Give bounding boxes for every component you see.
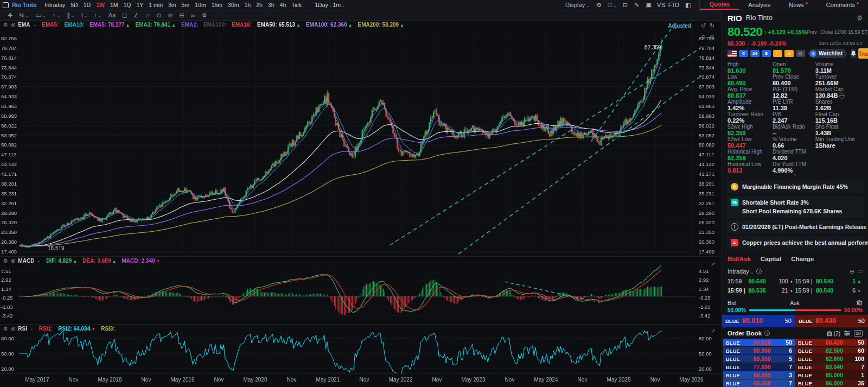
- intraday-dropdown[interactable]: Intraday⌄: [727, 268, 754, 275]
- app-logo-icon[interactable]: [3, 2, 9, 8]
- indicator-title[interactable]: RSI: [18, 326, 27, 332]
- settings-gear-icon[interactable]: ⚙: [596, 2, 602, 9]
- panel-tab-capital[interactable]: Capital: [761, 256, 781, 262]
- angle-tool-icon[interactable]: ∠: [133, 12, 139, 19]
- ask-row[interactable]: BLUE83.0407: [795, 363, 867, 371]
- timeframe-3h[interactable]: 3h: [268, 2, 275, 8]
- trade-button[interactable]: Trade: [858, 48, 868, 59]
- vs-fio-toggle[interactable]: VS FIO: [657, 2, 680, 8]
- info-icon[interactable]: i: [764, 331, 770, 336]
- best-ask-cell[interactable]: BLUE80.43050: [795, 315, 868, 327]
- timeframe-4h[interactable]: 4h: [280, 2, 286, 8]
- bid-row[interactable]: BLUE80.0006: [723, 347, 795, 354]
- panel-settings-gear-icon[interactable]: ⚙: [857, 14, 863, 22]
- timeframe-1d[interactable]: 1D: [84, 2, 91, 8]
- expand-pane-icon[interactable]: ↗: [711, 261, 715, 267]
- bid-row[interactable]: BLUE80.0005: [723, 355, 795, 363]
- broker-queue-icon[interactable]: [856, 300, 863, 306]
- indicator-settings-gear-icon[interactable]: ⚙: [3, 258, 8, 264]
- timeframe-15m[interactable]: 15m: [212, 2, 222, 8]
- zoom-out-icon[interactable]: ⊖: [701, 34, 706, 41]
- time-axis[interactable]: May 2017NovMay 2018NovMay 2019NovMay 202…: [0, 373, 722, 387]
- macd-chart-canvas[interactable]: [0, 257, 722, 325]
- price-chart-canvas[interactable]: [0, 21, 722, 256]
- 24h-badge-icon[interactable]: 24: [750, 50, 760, 57]
- ask-row[interactable]: BLUE82.50060: [795, 347, 867, 354]
- timeframe-1-min[interactable]: 1 min: [149, 2, 163, 8]
- timeframe-1q[interactable]: 1Q: [123, 2, 131, 8]
- pencil-edit-icon[interactable]: ✎: [634, 2, 639, 9]
- chart-settings-icon[interactable]: ⚙: [202, 12, 207, 19]
- notice-item[interactable]: !01/20/2026 (ET) Post-Market Earnings Re…: [726, 220, 864, 233]
- ask-row[interactable]: BLUE85.0001: [795, 371, 867, 379]
- timeframe-2h[interactable]: 2h: [256, 2, 263, 8]
- us-flag-icon[interactable]: [727, 50, 737, 57]
- watchlist-button[interactable]: ♥ Watchlist: [808, 49, 847, 58]
- tag-badge-icon[interactable]: ♦: [784, 50, 794, 57]
- timeframe-1m[interactable]: 1M: [110, 2, 118, 8]
- panel-tab-change[interactable]: Change: [791, 256, 814, 262]
- broker-queue-icon[interactable]: (2): [826, 331, 840, 337]
- timeframe-30m[interactable]: 30m: [228, 2, 239, 8]
- indicator-settings-gear-icon[interactable]: ⚙: [3, 326, 8, 332]
- bid-row[interactable]: BLUE65.0007: [723, 379, 795, 387]
- magnet-tool-icon[interactable]: ∩: [145, 12, 150, 18]
- notice-item[interactable]: ≡Copper prices achieve the best annual p…: [726, 236, 864, 249]
- collapse-stats-chevron-icon[interactable]: ⌃: [722, 174, 868, 180]
- move-tool-icon[interactable]: ✚: [8, 12, 12, 19]
- undo-icon[interactable]: ↺: [701, 22, 706, 29]
- tab-analysis[interactable]: Analysis: [739, 0, 780, 10]
- arrow-tool-icon[interactable]: ↑⌄: [94, 12, 102, 18]
- indicator-title[interactable]: EMA: [18, 22, 30, 28]
- timeframe-tick[interactable]: Tick: [291, 2, 302, 8]
- depth-level-selector[interactable]: 20: [854, 330, 863, 337]
- ask-row[interactable]: BLUE86.00035: [795, 379, 867, 387]
- overnight-badge-icon[interactable]: ↯: [739, 50, 748, 57]
- screenshot-camera-icon[interactable]: ⊡: [623, 2, 628, 9]
- ban-tool-icon[interactable]: ⊘: [168, 12, 173, 19]
- pattern-badge-icon[interactable]: ≈: [773, 50, 782, 57]
- ask-row[interactable]: BLUE82.600100: [795, 355, 867, 363]
- tab-comments[interactable]: Comments: [817, 0, 868, 10]
- notice-item[interactable]: $Marginable Financing Margin Rate 45%: [726, 180, 864, 193]
- link-objects-icon[interactable]: ∞: [191, 12, 195, 18]
- indicator-title[interactable]: MACD: [18, 258, 34, 264]
- notes-badge-icon[interactable]: ▤: [796, 50, 805, 57]
- notice-item[interactable]: %Shortable Short Rate 3%Short Pool Remai…: [726, 196, 864, 218]
- symbol-breadcrumb[interactable]: Rio Tinto: [12, 2, 36, 8]
- layout-square-icon[interactable]: □⌄: [608, 2, 616, 8]
- bid-row[interactable]: BLUE68.0003: [723, 371, 795, 379]
- timeframe-1w[interactable]: 1W: [96, 2, 105, 8]
- tick-row[interactable]: 15:5980.540100♦15:59 |80.5401▲: [727, 277, 863, 286]
- mask-tool-icon[interactable]: ⊜: [156, 12, 161, 19]
- bid-row[interactable]: BLUE77.6907: [723, 363, 795, 371]
- timeframe-1y[interactable]: 1Y: [136, 2, 143, 8]
- tab-quotes[interactable]: Quotes: [700, 0, 739, 10]
- timeframe-3m[interactable]: 3m: [168, 2, 176, 8]
- tick-row[interactable]: 15:59 |80.53521♦15:59 |80.5406♦: [727, 286, 863, 295]
- collapse-ticks-icon[interactable]: ⊖: [850, 268, 854, 275]
- tab-news[interactable]: News: [780, 0, 817, 10]
- indicator-hide-icon[interactable]: ⊗: [11, 326, 15, 332]
- rsi-chart-canvas[interactable]: [0, 325, 722, 374]
- bid-row[interactable]: BLUE80.01050: [723, 339, 795, 346]
- timeframe-10m[interactable]: 10m: [195, 2, 206, 8]
- channel-tool-icon[interactable]: ∥⌄: [67, 12, 75, 19]
- more-info-icon[interactable]: ⋯: [839, 93, 845, 99]
- indicator-hide-icon[interactable]: ⊗: [11, 258, 15, 264]
- shortable-badge-icon[interactable]: S: [762, 50, 771, 57]
- timeframe-1h[interactable]: 1h: [245, 2, 251, 8]
- draw-percent-tool-icon[interactable]: %⌄: [19, 12, 29, 18]
- depth-filter-icon[interactable]: [844, 331, 850, 336]
- trash-tool-icon[interactable]: ⊟: [180, 12, 184, 19]
- wave-line-tool-icon[interactable]: ≈⌄: [53, 12, 61, 18]
- shapes-tool-icon[interactable]: ▭⌄: [36, 12, 46, 19]
- text-tool-icon[interactable]: Aa: [108, 12, 116, 18]
- ask-row[interactable]: BLUE80.43050: [795, 339, 867, 346]
- info-icon[interactable]: i: [756, 269, 762, 274]
- interval-selector[interactable]: 1Day : 1m⌄: [309, 2, 346, 8]
- comment-tool-icon[interactable]: ◻: [122, 12, 127, 19]
- expand-pane-icon[interactable]: ↗: [711, 328, 715, 334]
- timeframe-5m[interactable]: 5m: [182, 2, 190, 8]
- grid-view-icon[interactable]: ∷: [859, 268, 863, 275]
